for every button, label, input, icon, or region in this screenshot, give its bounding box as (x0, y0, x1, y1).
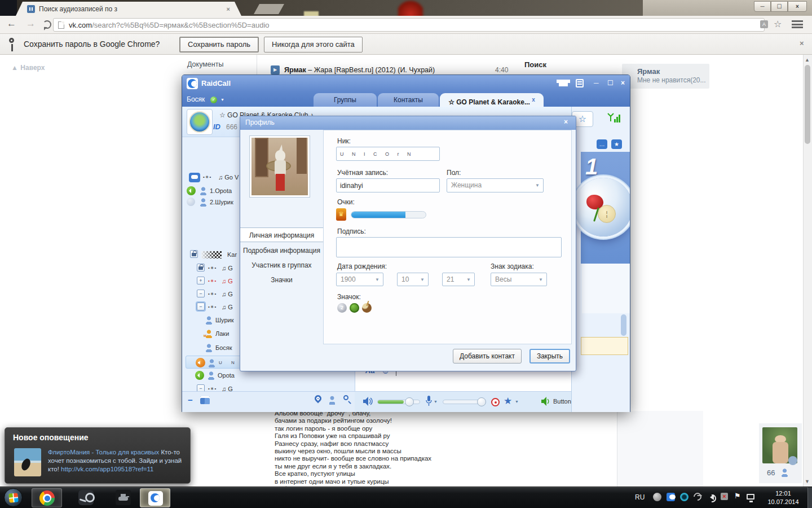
window-restore-button[interactable]: ☐ (771, 1, 788, 12)
account-input[interactable] (336, 178, 440, 192)
tray-raidcall-icon[interactable] (667, 493, 675, 501)
mic-dropdown-icon[interactable]: ▼ (434, 400, 438, 404)
tray-action-center-flag-icon[interactable]: ⚑ (734, 492, 741, 500)
tab-close-icon[interactable]: x (532, 97, 535, 103)
gender-select[interactable]: Женщина ▼ (447, 178, 544, 192)
birth-day-select[interactable]: 21 ▼ (442, 273, 475, 286)
speaker-icon[interactable] (363, 397, 373, 406)
audio-row-title[interactable]: Ярмак – Жара [RapBest.ru] (2012) (И. Чух… (284, 66, 435, 74)
back-icon[interactable]: ← (7, 18, 16, 29)
window-close-button[interactable]: × (788, 1, 807, 12)
taskbar-chrome-button[interactable] (32, 488, 62, 507)
tab-group-member[interactable]: Участник в группах (240, 258, 323, 273)
expand-icon[interactable]: + (197, 277, 205, 284)
infobar-close-icon[interactable]: × (800, 39, 804, 47)
tab-go-planet-active[interactable]: ☆ GO Planet & Karaoke... x (440, 93, 544, 107)
language-indicator[interactable]: RU (635, 493, 645, 501)
raidcall-username[interactable]: Босяк (187, 95, 205, 103)
tab-detailed-info[interactable]: Подробная информация (240, 243, 323, 258)
search-icon[interactable] (343, 395, 348, 400)
signature-textarea[interactable] (336, 237, 562, 257)
dialog-titlebar[interactable]: Профиль × (240, 116, 576, 130)
raidcall-titlebar[interactable]: RaidCall ─ ☐ × (182, 75, 630, 92)
forward-icon[interactable]: → (26, 18, 36, 29)
scrollbar-thumb[interactable] (805, 65, 810, 144)
lock-icon[interactable] (190, 250, 198, 258)
sidebar-item-documents[interactable]: Документы (187, 60, 223, 68)
wardrobe-icon[interactable] (559, 80, 568, 86)
birth-month-select[interactable]: 10 ▼ (397, 273, 429, 286)
volume-slider[interactable] (377, 400, 420, 404)
tab-badges[interactable]: Значки (240, 273, 323, 287)
member-row-selected[interactable]: U N (186, 356, 244, 369)
taskbar-steam-button[interactable] (71, 488, 102, 507)
raidcall-minimize-icon[interactable]: ─ (594, 79, 599, 87)
gift-box-icon[interactable]: ★ (611, 139, 622, 149)
never-for-site-button[interactable]: Никогда для этого сайта (264, 37, 363, 52)
artist-hover-card[interactable]: Ярмак Мне не нравится(20... (622, 64, 709, 89)
raidcall-maximize-icon[interactable]: ☐ (607, 79, 614, 87)
mic-slider[interactable] (443, 400, 486, 404)
tray-network-icon[interactable] (747, 494, 754, 500)
notification-popup[interactable]: Новое оповещение ФлиртоМания - Только дл… (5, 427, 191, 484)
save-password-button[interactable]: Сохранить пароль (179, 37, 259, 52)
collapse-all-icon[interactable]: − (188, 395, 193, 405)
notification-url[interactable]: http://vk.com/app109518?ref=11 (61, 466, 153, 472)
add-contact-button[interactable]: Добавить контакт (453, 349, 522, 364)
friend-card[interactable]: 66 (759, 423, 802, 483)
tab-personal-info[interactable]: Личная информация (240, 227, 323, 242)
lock-icon[interactable] (197, 264, 205, 271)
taskbar-raidcall-button[interactable] (140, 488, 170, 507)
record-icon[interactable] (491, 398, 500, 406)
tab-groups[interactable]: Группы (314, 93, 377, 107)
tray-volume-mixer-icon[interactable] (653, 493, 661, 501)
menu-icon[interactable] (792, 20, 803, 28)
nick-input[interactable] (336, 147, 440, 161)
music-note-icon[interactable]: ★ (504, 395, 512, 407)
microphone-icon[interactable] (426, 396, 432, 406)
tray-satellite-icon[interactable] (692, 491, 703, 502)
taskbar-clock[interactable]: 12:01 10.07.2014 (760, 489, 806, 506)
gift-sphere[interactable]: ¦ (574, 178, 630, 237)
browser-tab[interactable]: Поиск аудиозаписей по з × (16, 2, 241, 16)
birth-year-select[interactable]: 1900 ▼ (336, 273, 383, 286)
panel-scrollbar-thumb[interactable] (621, 314, 626, 336)
group-avatar[interactable] (187, 109, 213, 135)
show-desktop-button[interactable] (807, 487, 812, 508)
taskbar-wot-button[interactable] (109, 488, 138, 507)
url-bar[interactable]: vk.com/search?c%5Bq%5D=ярмак&c%5Bsection… (53, 18, 765, 32)
start-button[interactable] (4, 488, 23, 507)
location-pin-icon[interactable] (314, 394, 323, 404)
desktop: Поиск аудиозаписей по з × ─ ☐ × ← → vk.c… (0, 0, 812, 508)
status-online-icon[interactable]: ✓ (210, 97, 217, 103)
scroll-up-icon[interactable]: ▲ (805, 57, 810, 63)
close-button[interactable]: Закрыть (529, 349, 570, 364)
raidcall-close-icon[interactable]: × (621, 79, 625, 87)
add-person-icon[interactable] (328, 396, 337, 405)
window-minimize-button[interactable]: ─ (754, 1, 771, 12)
contact-card-icon[interactable] (200, 396, 210, 404)
chevron-down-icon: ▼ (375, 273, 379, 287)
translate-icon[interactable]: A (760, 20, 768, 28)
zodiac-select[interactable]: Весы ▼ (491, 273, 547, 286)
collapse-icon[interactable]: − (197, 290, 205, 297)
tray-error-icon[interactable]: × (721, 493, 728, 500)
music-dropdown-icon[interactable]: ▼ (515, 400, 519, 404)
tab-close-icon[interactable]: × (227, 6, 230, 12)
audio-play-button[interactable]: ▶ (271, 65, 280, 75)
notes-icon[interactable] (576, 79, 584, 87)
notification-app-link[interactable]: ФлиртоМания - Только для красивых (48, 449, 159, 456)
collapse-icon-selected[interactable]: − (197, 303, 205, 310)
dialog-close-icon[interactable]: × (564, 118, 568, 126)
tab-contacts[interactable]: Контакты (378, 93, 439, 107)
status-dropdown-icon[interactable]: ▼ (220, 98, 224, 102)
scroll-down-icon[interactable]: ▼ (805, 479, 810, 484)
bookmark-star-icon[interactable]: ☆ (774, 19, 782, 29)
reload-icon[interactable] (43, 20, 51, 29)
member-row[interactable]: Opota (182, 371, 351, 382)
new-tab-button[interactable] (254, 4, 284, 14)
tray-speaker-icon[interactable] (707, 494, 714, 500)
tray-camera-icon[interactable] (680, 493, 689, 501)
to-top-link[interactable]: ▲ Наверх (11, 62, 45, 72)
group-chat-icon[interactable]: … (597, 139, 607, 149)
